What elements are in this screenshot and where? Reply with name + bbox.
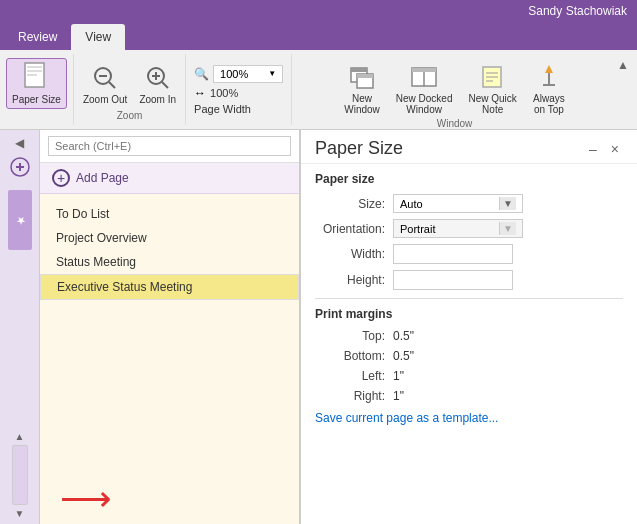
svg-rect-1 bbox=[27, 66, 42, 68]
add-page-button[interactable]: + Add Page bbox=[40, 163, 299, 194]
new-quick-note-icon bbox=[477, 61, 509, 93]
width-label: Width: bbox=[315, 247, 385, 261]
bottom-value: 0.5" bbox=[393, 349, 414, 363]
size-dropdown-arrow[interactable]: ▼ bbox=[499, 197, 516, 210]
section-divider bbox=[315, 298, 623, 299]
page-item-3[interactable]: Status Meeting bbox=[40, 250, 299, 274]
orientation-dropdown-arrow[interactable]: ▼ bbox=[499, 222, 516, 235]
size-label: Size: bbox=[315, 197, 385, 211]
tab-review[interactable]: Review bbox=[4, 24, 71, 50]
zoom-percent-dropdown[interactable]: 100% ▼ bbox=[213, 65, 283, 83]
zoom-dropdown-arrow: ▼ bbox=[268, 69, 276, 78]
paper-size-panel: Paper Size – × Paper size Size: Auto ▼ bbox=[300, 130, 637, 524]
arrow-area: ⟶ bbox=[40, 474, 299, 524]
orientation-dropdown[interactable]: Portrait ▼ bbox=[393, 219, 523, 238]
size-control: Auto ▼ bbox=[393, 194, 523, 213]
width-input[interactable] bbox=[393, 244, 513, 264]
always-on-top-icon bbox=[533, 61, 565, 93]
left-label: Left: bbox=[315, 369, 385, 383]
scroll-up-btn[interactable]: ▲ bbox=[14, 430, 26, 443]
page-item-1[interactable]: To Do List bbox=[40, 202, 299, 226]
panel-close-btn[interactable]: × bbox=[607, 141, 623, 157]
pages-list: To Do List Project Overview Status Meeti… bbox=[40, 194, 299, 474]
orientation-control: Portrait ▼ bbox=[393, 219, 523, 238]
collapse-ribbon-button[interactable]: ▲ bbox=[617, 54, 637, 125]
width-control bbox=[393, 244, 513, 264]
user-name: Sandy Stachowiak bbox=[528, 4, 627, 18]
svg-line-6 bbox=[109, 82, 115, 88]
bottom-row: Bottom: 0.5" bbox=[315, 349, 623, 363]
zoom-percent-2: 100% bbox=[210, 87, 238, 99]
svg-marker-23 bbox=[545, 65, 553, 73]
add-page-circle-icon: + bbox=[52, 169, 70, 187]
height-input[interactable] bbox=[393, 270, 513, 290]
svg-rect-16 bbox=[412, 68, 436, 72]
orientation-row: Orientation: Portrait ▼ bbox=[315, 219, 623, 238]
new-window-button[interactable]: NewWindow bbox=[338, 58, 386, 118]
panel-title: Paper Size bbox=[315, 138, 403, 159]
top-value: 0.5" bbox=[393, 329, 414, 343]
sidebar-notebook-tab[interactable]: ★ bbox=[8, 190, 32, 250]
left-value: 1" bbox=[393, 369, 404, 383]
paper-size-icon bbox=[20, 62, 52, 94]
pages-panel: + Add Page To Do List Project Overview S… bbox=[40, 130, 300, 524]
page-width-icon: ↔ bbox=[194, 86, 206, 100]
scroll-down-btn[interactable]: ▼ bbox=[14, 507, 26, 520]
svg-line-10 bbox=[162, 82, 168, 88]
bottom-label: Bottom: bbox=[315, 349, 385, 363]
page-item-2[interactable]: Project Overview bbox=[40, 226, 299, 250]
zoom-in-button[interactable]: Zoom In bbox=[134, 59, 181, 108]
add-page-label: Add Page bbox=[76, 171, 129, 185]
sidebar-add-section[interactable] bbox=[9, 156, 31, 182]
search-bar bbox=[40, 130, 299, 163]
window-group-label: Window bbox=[437, 118, 473, 129]
new-window-label: NewWindow bbox=[344, 93, 380, 115]
panel-header: Paper Size – × bbox=[301, 130, 637, 164]
panel-body: Paper size Size: Auto ▼ Orientation: Por… bbox=[301, 164, 637, 433]
collapse-icon: ▲ bbox=[617, 58, 629, 72]
height-control bbox=[393, 270, 513, 290]
zoom-out-button[interactable]: Zoom Out bbox=[78, 59, 132, 108]
always-on-top-button[interactable]: Alwayson Top bbox=[527, 58, 571, 118]
print-margins-section-title: Print margins bbox=[315, 307, 623, 321]
svg-rect-14 bbox=[357, 74, 373, 78]
size-value: Auto bbox=[400, 198, 423, 210]
new-window-icon bbox=[346, 61, 378, 93]
paper-size-button[interactable]: Paper Size bbox=[6, 58, 67, 109]
page-item-4[interactable]: Executive Status Meeting bbox=[40, 274, 299, 300]
title-bar: Sandy Stachowiak bbox=[0, 0, 637, 22]
zoom-out-label: Zoom Out bbox=[83, 94, 127, 105]
ribbon: Paper Size Zoom Out bbox=[0, 50, 637, 130]
zoom-percent-value: 100% bbox=[220, 68, 248, 80]
sidebar-collapse-arrow[interactable]: ◀ bbox=[13, 134, 26, 152]
save-template-link[interactable]: Save current page as a template... bbox=[315, 411, 623, 425]
svg-rect-3 bbox=[27, 74, 37, 76]
ribbon-tabs: Review View bbox=[0, 22, 637, 50]
orientation-label: Orientation: bbox=[315, 222, 385, 236]
paper-size-section-title: Paper size bbox=[315, 172, 623, 186]
main-content: ◀ ★ ▲ ▼ + Add Page To Do List Project bbox=[0, 130, 637, 524]
paper-size-label: Paper Size bbox=[12, 94, 61, 105]
zoom-in-label: Zoom In bbox=[139, 94, 176, 105]
tab-view[interactable]: View bbox=[71, 24, 125, 50]
top-row: Top: 0.5" bbox=[315, 329, 623, 343]
svg-rect-2 bbox=[27, 70, 42, 72]
size-dropdown[interactable]: Auto ▼ bbox=[393, 194, 523, 213]
new-quick-note-button[interactable]: New QuickNote bbox=[463, 58, 523, 118]
zoom-icon-sm: 🔍 bbox=[194, 67, 209, 81]
new-docked-window-button[interactable]: New DockedWindow bbox=[390, 58, 459, 118]
orientation-value: Portrait bbox=[400, 223, 435, 235]
height-row: Height: bbox=[315, 270, 623, 290]
search-input[interactable] bbox=[48, 136, 291, 156]
height-label: Height: bbox=[315, 273, 385, 287]
panel-detach-btn[interactable]: – bbox=[585, 141, 601, 157]
top-label: Top: bbox=[315, 329, 385, 343]
notebook-tab-icon: ★ bbox=[13, 214, 26, 227]
new-docked-window-label: New DockedWindow bbox=[396, 93, 453, 115]
zoom-out-icon bbox=[89, 62, 121, 94]
right-row: Right: 1" bbox=[315, 389, 623, 403]
sidebar-scroll: ▲ ▼ bbox=[12, 430, 28, 520]
page-width-link[interactable]: Page Width bbox=[194, 103, 283, 115]
left-sidebar: ◀ ★ ▲ ▼ bbox=[0, 130, 40, 524]
right-label: Right: bbox=[315, 389, 385, 403]
